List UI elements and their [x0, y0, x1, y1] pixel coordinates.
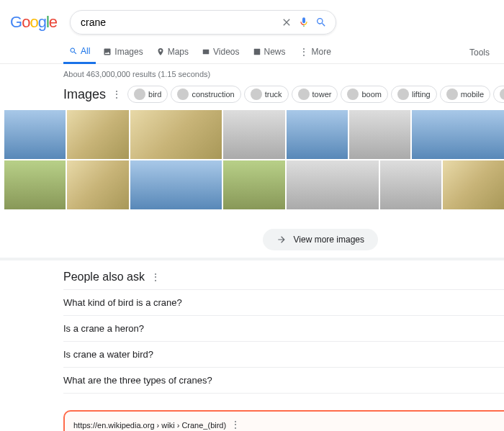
- arrow-right-icon: [276, 235, 287, 245]
- chip-drawing[interactable]: drawing: [493, 86, 504, 103]
- image-result[interactable]: [287, 110, 348, 159]
- feedback-link[interactable]: Feedback: [63, 211, 504, 222]
- chip-mobile[interactable]: mobile: [440, 86, 490, 103]
- chip-thumb-icon: [397, 89, 409, 100]
- tab-all[interactable]: All: [63, 42, 96, 64]
- image-result[interactable]: [223, 110, 284, 159]
- image-result[interactable]: [412, 110, 504, 159]
- paa-question[interactable]: Is crane a water bird?: [63, 341, 504, 367]
- news-icon: [253, 47, 261, 56]
- paa-question[interactable]: What are the three types of cranes?: [63, 367, 504, 394]
- result-stats: About 463,000,000 results (1.15 seconds): [0, 64, 504, 78]
- chip-thumb-icon: [298, 89, 310, 100]
- tools-button[interactable]: Tools: [469, 47, 490, 58]
- kebab-icon[interactable]: ⋮: [150, 271, 161, 283]
- chip-boom[interactable]: boom: [341, 86, 388, 103]
- image-result[interactable]: [130, 110, 222, 159]
- image-result[interactable]: [4, 160, 66, 209]
- image-result[interactable]: [67, 160, 128, 209]
- paa-question[interactable]: Is a crane a heron?: [63, 315, 504, 341]
- video-icon: [202, 47, 210, 56]
- image-icon: [103, 47, 112, 56]
- image-result[interactable]: [130, 160, 222, 209]
- organic-results-highlight: https://en.wikipedia.org › wiki › Crane_…: [63, 410, 504, 431]
- paa-question[interactable]: What kind of bird is a crane?: [63, 289, 504, 315]
- kebab-icon[interactable]: ⋮: [230, 419, 240, 430]
- chip-thumb-icon: [177, 89, 189, 100]
- mic-icon[interactable]: [298, 17, 310, 28]
- tabs-bar: All Images Maps Videos News ⋮More Tools: [0, 35, 504, 64]
- result-url[interactable]: https://en.wikipedia.org › wiki › Crane_…: [73, 419, 504, 430]
- image-result[interactable]: [380, 160, 441, 209]
- kebab-icon[interactable]: ⋮: [112, 89, 122, 100]
- tab-more[interactable]: ⋮More: [293, 42, 337, 63]
- chip-tower[interactable]: tower: [292, 86, 338, 103]
- google-logo[interactable]: Google: [10, 13, 57, 32]
- image-result[interactable]: [349, 110, 410, 159]
- image-result[interactable]: [67, 110, 128, 159]
- image-result[interactable]: [443, 160, 504, 209]
- chip-truck[interactable]: truck: [244, 86, 289, 103]
- chip-thumb-icon: [446, 89, 458, 100]
- chip-thumb-icon: [347, 89, 359, 100]
- chip-thumb-icon: [500, 89, 504, 100]
- feedback-link[interactable]: Feedback: [63, 394, 504, 404]
- chip-construction[interactable]: construction: [171, 86, 240, 103]
- image-grid: [0, 110, 504, 209]
- image-chips: bird construction truck tower boom lifti…: [127, 86, 504, 103]
- tab-videos[interactable]: Videos: [196, 42, 245, 63]
- tab-news[interactable]: News: [247, 42, 292, 63]
- search-icon[interactable]: [315, 17, 327, 28]
- tab-images[interactable]: Images: [97, 42, 148, 63]
- image-result[interactable]: [4, 110, 66, 159]
- tab-maps[interactable]: Maps: [150, 42, 194, 63]
- kebab-icon: ⋮: [299, 46, 309, 58]
- paa-heading: People also ask⋮: [63, 271, 504, 283]
- search-box: [70, 10, 336, 35]
- view-more-images-button[interactable]: View more images: [263, 229, 378, 250]
- search-input[interactable]: [79, 16, 275, 29]
- chip-thumb-icon: [251, 89, 262, 100]
- chip-bird[interactable]: bird: [127, 86, 168, 103]
- clear-icon[interactable]: [281, 17, 292, 28]
- pin-icon: [156, 47, 165, 56]
- search-result: https://en.wikipedia.org › wiki › Crane_…: [73, 419, 504, 431]
- chip-thumb-icon: [134, 89, 145, 100]
- search-icon: [69, 47, 78, 55]
- image-result[interactable]: [223, 160, 284, 209]
- images-heading: Images: [63, 87, 106, 102]
- image-result[interactable]: [287, 160, 379, 209]
- chip-lifting[interactable]: lifting: [391, 86, 437, 103]
